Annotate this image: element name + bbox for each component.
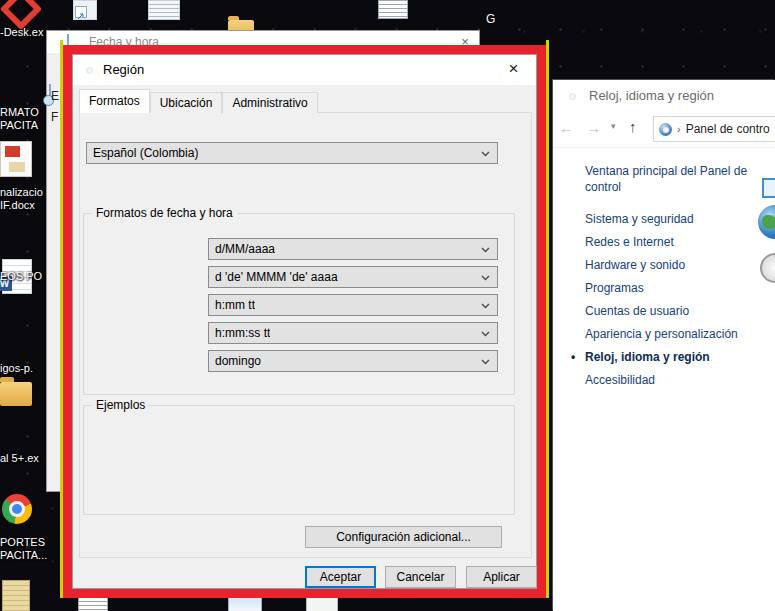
display-settings-icon[interactable] <box>762 178 775 198</box>
text-fragment: F <box>51 110 58 124</box>
sidebar-item-redes-e-internet[interactable]: Redes e Internet <box>585 231 775 254</box>
annotation-red-rectangle <box>63 45 546 598</box>
forward-icon[interactable]: → <box>586 119 601 136</box>
navigation-bar: ← → ▾ ↑ › Panel de contro <box>553 112 775 148</box>
active-bullet-icon: • <box>571 346 575 369</box>
window-title: Reloj, idioma y región <box>589 80 714 112</box>
desktop-icon-label-fragment: G <box>486 12 495 26</box>
sidebar-item-apariencia-y-personalizacion[interactable]: Apariencia y personalización <box>585 323 775 346</box>
folder-icon[interactable] <box>0 382 32 406</box>
desktop: -Desk.ex G RMATO PACITA W nalizacio IF.d… <box>0 0 775 611</box>
desktop-icon-label: PORTES PACITA... <box>0 536 54 562</box>
sidebar-item-label: Reloj, idioma y región <box>585 350 710 364</box>
sidebar-item-reloj-idioma-y-region[interactable]: • Reloj, idioma y región <box>585 346 775 369</box>
clock-region-icon <box>659 123 672 136</box>
sidebar-item-cuentas-de-usuario[interactable]: Cuentas de usuario <box>585 300 775 323</box>
chrome-icon[interactable] <box>2 494 32 524</box>
notebook-icon[interactable] <box>2 580 30 611</box>
sidebar-item-hardware-y-sonido[interactable]: Hardware y sonido <box>585 254 775 277</box>
annotation-yellow-line-right <box>546 40 549 598</box>
desktop-icon-label: -Desk.ex <box>0 26 48 39</box>
control-panel-sidebar: Ventana principal del Panel de control S… <box>585 163 775 392</box>
desktop-icon-label: al 5+.ex <box>0 452 48 465</box>
sidebar-item-sistema-y-seguridad[interactable]: Sistema y seguridad <box>585 208 775 231</box>
window-titlebar[interactable]: Reloj, idioma y región <box>553 80 775 112</box>
control-panel-window: Reloj, idioma y región ← → ▾ ↑ › Panel d… <box>553 80 775 611</box>
desktop-icon-label: EOS PO <box>0 270 46 283</box>
recent-pages-caret-icon[interactable]: ▾ <box>611 121 616 131</box>
up-icon[interactable]: ↑ <box>629 118 637 135</box>
text-document-icon[interactable] <box>378 0 408 19</box>
breadcrumb: Panel de contro <box>686 122 770 136</box>
breadcrumb-arrow-icon: › <box>677 123 681 135</box>
sidebar-item-programas[interactable]: Programas <box>585 277 775 300</box>
desktop-icon-label: RMATO PACITA <box>0 106 46 132</box>
pdf-folder-icon[interactable] <box>0 141 32 177</box>
sidebar-item-accesibilidad[interactable]: Accesibilidad <box>585 369 775 392</box>
shortcut-icon[interactable] <box>73 0 97 20</box>
shortcut-arrow-icon <box>75 6 87 18</box>
text-fragment: E <box>51 89 59 103</box>
printer-document-icon[interactable] <box>148 0 180 20</box>
address-bar[interactable]: › Panel de contro <box>653 116 775 142</box>
desktop-icon-label: igos-p. <box>0 362 46 375</box>
desktop-icon-label: nalizacio IF.docx <box>0 186 50 212</box>
sidebar-item-ventana-principal[interactable]: Ventana principal del Panel de control <box>585 163 775 208</box>
image-thumbnail-icon[interactable] <box>306 597 338 611</box>
back-icon[interactable]: ← <box>559 119 574 136</box>
desktop-icon-anydesk[interactable] <box>6 0 36 24</box>
